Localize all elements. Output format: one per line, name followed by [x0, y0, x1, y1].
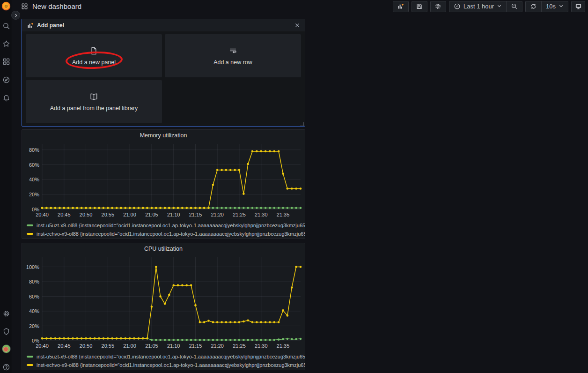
- explore-compass-icon[interactable]: [0, 75, 12, 84]
- cpu-chart-area[interactable]: 0%20%40%60%80%100%20:4020:4520:5020:5521…: [22, 254, 305, 351]
- dashboard-settings-button[interactable]: [430, 1, 446, 12]
- chevron-down-icon: [497, 3, 502, 10]
- server-admin-shield-icon[interactable]: [0, 327, 12, 336]
- svg-text:21:30: 21:30: [255, 212, 268, 217]
- toolbar: Last 1 hour 10s: [393, 1, 585, 12]
- series-swatch: [27, 356, 33, 358]
- svg-text:20:55: 20:55: [102, 212, 115, 217]
- page-title: New dashboard: [32, 2, 81, 10]
- file-icon: [89, 46, 98, 55]
- svg-text:40%: 40%: [29, 177, 39, 182]
- row-icon: [228, 46, 237, 55]
- add-new-panel-button[interactable]: Add a new panel: [26, 34, 162, 77]
- svg-text:21:35: 21:35: [277, 343, 290, 349]
- svg-text:80%: 80%: [29, 147, 39, 153]
- svg-text:20:40: 20:40: [36, 343, 49, 349]
- add-panel-widget: Add panel Add a new panel Add a new row …: [22, 19, 305, 127]
- svg-text:21:00: 21:00: [123, 212, 136, 217]
- svg-text:20:45: 20:45: [58, 212, 71, 217]
- legend-item: inst-echvo-x9-ol88 {instancepoolid="ocid…: [27, 230, 305, 238]
- configuration-gear-icon[interactable]: [0, 309, 12, 318]
- grafana-app: New dashboard Last 1 hour: [0, 0, 588, 373]
- svg-text:20:50: 20:50: [80, 212, 93, 217]
- dashboards-icon[interactable]: [0, 57, 12, 66]
- svg-text:21:20: 21:20: [211, 343, 224, 349]
- series-swatch: [27, 224, 33, 226]
- svg-text:40%: 40%: [29, 308, 39, 314]
- time-picker-group: Last 1 hour: [449, 1, 522, 12]
- clock-icon: [454, 3, 461, 10]
- series-swatch: [27, 233, 33, 235]
- save-dashboard-button[interactable]: [412, 1, 427, 12]
- refresh-icon: [530, 3, 537, 10]
- help-icon[interactable]: [0, 362, 12, 372]
- svg-text:21:25: 21:25: [233, 212, 246, 217]
- add-panel-icon: [27, 22, 34, 29]
- add-new-row-label: Add a new row: [213, 59, 252, 66]
- panel-title[interactable]: Memory utilization: [22, 130, 305, 141]
- add-new-panel-label: Add a new panel: [72, 59, 116, 66]
- legend-item: inst-u5uzt-x9-ol88 {instancepoolid="ocid…: [27, 221, 305, 230]
- series-swatch: [27, 364, 33, 366]
- time-range-button[interactable]: Last 1 hour: [449, 1, 506, 12]
- svg-text:20%: 20%: [29, 323, 39, 329]
- time-range-label: Last 1 hour: [463, 3, 494, 10]
- cpu-legend: inst-u5uzt-x9-ol88 {instancepoolid="ocid…: [22, 351, 305, 369]
- alerting-bell-icon[interactable]: [0, 93, 12, 102]
- memory-chart-area[interactable]: 0%20%40%60%80%20:4020:4520:5020:5521:002…: [22, 141, 305, 220]
- cpu-chart[interactable]: 0%20%40%60%80%100%20:4020:4520:5020:5521…: [23, 254, 303, 350]
- svg-text:21:10: 21:10: [167, 343, 180, 349]
- svg-text:21:00: 21:00: [123, 343, 136, 349]
- starred-icon[interactable]: [0, 39, 12, 48]
- svg-text:21:05: 21:05: [145, 212, 158, 217]
- series-label[interactable]: inst-echvo-x9-ol88 {instancepoolid="ocid…: [37, 231, 305, 237]
- zoom-out-icon: [511, 3, 518, 10]
- memory-legend: inst-u5uzt-x9-ol88 {instancepoolid="ocid…: [22, 220, 305, 238]
- add-panel-from-library-button[interactable]: Add a panel from the panel library: [26, 80, 162, 123]
- refresh-group: 10s: [525, 1, 568, 12]
- svg-text:20:45: 20:45: [58, 343, 71, 349]
- memory-chart[interactable]: 0%20%40%60%80%20:4020:4520:5020:5521:002…: [23, 141, 303, 219]
- svg-text:21:25: 21:25: [233, 343, 246, 349]
- add-panel-from-library-label: Add a panel from the panel library: [50, 105, 138, 112]
- book-icon: [89, 92, 98, 101]
- svg-text:20:50: 20:50: [80, 343, 93, 349]
- save-icon: [416, 3, 423, 10]
- add-panel-button[interactable]: [393, 1, 409, 12]
- sidebar: [0, 0, 12, 373]
- tv-kiosk-icon: [575, 3, 582, 10]
- add-panel-widget-header[interactable]: Add panel: [22, 19, 305, 31]
- svg-text:21:15: 21:15: [189, 343, 202, 349]
- dashboard-title-group[interactable]: New dashboard: [21, 2, 81, 10]
- svg-text:21:35: 21:35: [277, 212, 290, 217]
- series-label[interactable]: inst-u5uzt-x9-ol88 {instancepoolid="ocid…: [37, 354, 305, 359]
- tv-kiosk-button[interactable]: [571, 1, 585, 12]
- svg-text:21:05: 21:05: [145, 343, 158, 349]
- sidebar-expand-button[interactable]: [11, 11, 20, 20]
- svg-text:21:20: 21:20: [211, 212, 224, 217]
- add-new-row-button[interactable]: Add a new row: [165, 34, 301, 77]
- apps-grid-icon: [21, 3, 28, 10]
- svg-text:20%: 20%: [29, 192, 39, 197]
- svg-text:100%: 100%: [26, 264, 39, 270]
- top-header: New dashboard Last 1 hour: [13, 0, 588, 13]
- svg-text:21:10: 21:10: [167, 212, 180, 217]
- svg-text:60%: 60%: [29, 162, 39, 168]
- add-panel-icon: [397, 3, 404, 10]
- memory-utilization-panel: Memory utilization 0%20%40%60%80%20:4020…: [22, 129, 305, 239]
- series-label[interactable]: inst-u5uzt-x9-ol88 {instancepoolid="ocid…: [37, 223, 305, 228]
- svg-text:60%: 60%: [29, 294, 39, 299]
- svg-text:80%: 80%: [29, 279, 39, 284]
- zoom-out-time-button[interactable]: [506, 1, 522, 12]
- svg-text:20:40: 20:40: [36, 212, 49, 217]
- search-icon[interactable]: [0, 21, 12, 30]
- panel-title[interactable]: CPU utilization: [22, 243, 305, 254]
- refresh-interval-button[interactable]: 10s: [541, 1, 568, 12]
- user-avatar[interactable]: [0, 344, 12, 353]
- legend-item: inst-u5uzt-x9-ol88 {instancepoolid="ocid…: [27, 352, 305, 361]
- close-icon[interactable]: [294, 22, 300, 28]
- refresh-button[interactable]: [526, 1, 541, 12]
- series-label[interactable]: inst-echvo-x9-ol88 {instancepoolid="ocid…: [37, 362, 305, 368]
- grafana-logo-icon[interactable]: [1, 1, 11, 11]
- refresh-interval-label: 10s: [546, 3, 556, 10]
